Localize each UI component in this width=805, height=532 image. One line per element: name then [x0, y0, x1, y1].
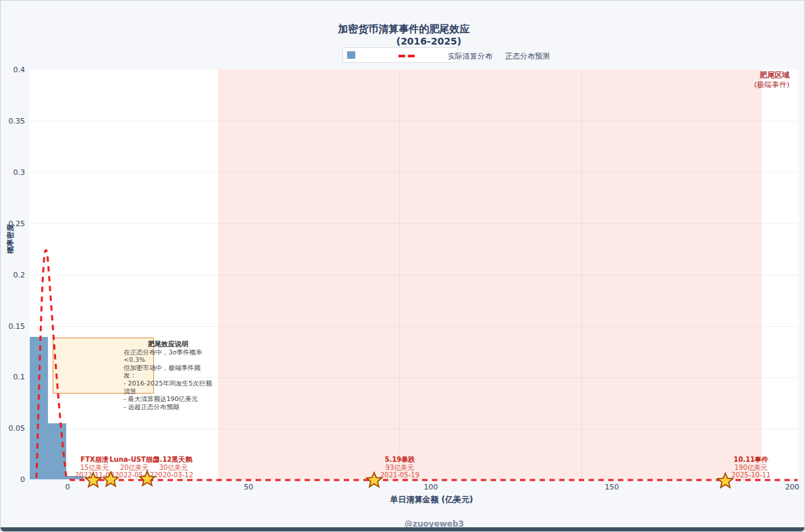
- chart-title: 加密货币清算事件的肥尾效应: [338, 23, 470, 36]
- gridline: [399, 70, 400, 479]
- y-tick: 0.05: [1, 424, 25, 433]
- x-axis-title: 单日清算金额 (亿美元): [390, 494, 473, 506]
- event-name: FTX崩溃: [75, 456, 114, 464]
- legend-label-normal: 正态分布预测: [505, 51, 550, 61]
- x-tick: 0: [53, 483, 82, 491]
- y-tick: 0.1: [1, 373, 25, 381]
- event-date: 2025-10-11: [731, 471, 771, 479]
- gridline: [29, 223, 798, 224]
- y-tick: 0: [1, 475, 25, 484]
- y-axis-title: 概率密度: [5, 224, 16, 254]
- event-date: 2021-05-19: [380, 471, 419, 479]
- annotation-line: 在正态分布中，3σ事件概率<0.3%: [124, 348, 213, 364]
- y-tick: 0.3: [1, 168, 25, 177]
- x-tick: 150: [597, 483, 627, 491]
- x-tick: 100: [416, 483, 446, 491]
- event-date: 2020-03-12: [154, 471, 193, 479]
- gridline: [29, 275, 798, 275]
- fat-tail-region-label: 肥尾区域 (极端事件): [730, 71, 789, 90]
- event-name: Luna-UST崩盘: [109, 456, 159, 464]
- y-tick: 0.4: [1, 65, 25, 74]
- legend-swatch-actual-icon: [347, 51, 355, 59]
- star-marker-icon: [717, 472, 734, 489]
- legend-dash-icon: [408, 55, 415, 57]
- y-tick: 0.35: [1, 117, 25, 126]
- y-tick: 0.15: [1, 322, 25, 331]
- star-marker-icon: [365, 471, 383, 489]
- event-name: 5.19暴跌: [380, 456, 419, 464]
- event-name: 3.12黑天鹅: [154, 456, 193, 464]
- annotation-line: - 2016-2025年间发生5次巨额清算: [124, 379, 213, 395]
- gridline: [29, 172, 798, 173]
- annotation-text: 肥尾效应说明 在正态分布中，3σ事件概率<0.3% 但加密市场中，极端事件频发：…: [124, 340, 213, 410]
- event-name: 10.11事件: [731, 456, 771, 464]
- annotation-title: 肥尾效应说明: [124, 340, 213, 348]
- x-tick: 200: [777, 483, 805, 491]
- gridline: [29, 429, 798, 429]
- event-amount: 93亿美元: [380, 464, 419, 472]
- event-label-1011: 10.11事件 190亿美元 2025-10-11: [731, 456, 771, 479]
- chart-canvas: 加密货币清算事件的肥尾效应 (2016-2025) 实际清算分布 正态分布预测 …: [0, 0, 805, 532]
- gridline: [29, 121, 798, 122]
- y-tick: 0.2: [1, 271, 25, 280]
- annotation-line: - 最大清算额达190亿美元: [124, 395, 213, 403]
- event-amount: 30亿美元: [154, 464, 193, 472]
- histogram-bar: [48, 423, 66, 479]
- histogram-bar: [30, 337, 48, 479]
- x-tick: 50: [234, 483, 263, 491]
- star-marker-icon: [84, 471, 102, 489]
- region-label-line2: (极端事件): [730, 80, 789, 90]
- gridline: [581, 70, 582, 479]
- legend-dash-icon: [398, 55, 405, 57]
- star-marker-icon: [102, 471, 120, 488]
- gridline: [29, 326, 798, 327]
- event-label-312: 3.12黑天鹅 30亿美元 2020-03-12: [154, 456, 193, 479]
- event-amount: 190亿美元: [731, 464, 771, 472]
- annotation-line: 但加密市场中，极端事件频发：: [124, 364, 213, 379]
- event-label-519: 5.19暴跌 93亿美元 2021-05-19: [380, 456, 419, 479]
- legend-label-actual: 实际清算分布: [448, 51, 492, 61]
- star-marker-icon: [138, 470, 156, 487]
- annotation-line: - 远超正态分布预期: [124, 403, 213, 411]
- bottom-bar: [1, 527, 805, 531]
- chart-subtitle: (2016-2025): [396, 36, 462, 47]
- region-label-line1: 肥尾区域: [730, 71, 789, 80]
